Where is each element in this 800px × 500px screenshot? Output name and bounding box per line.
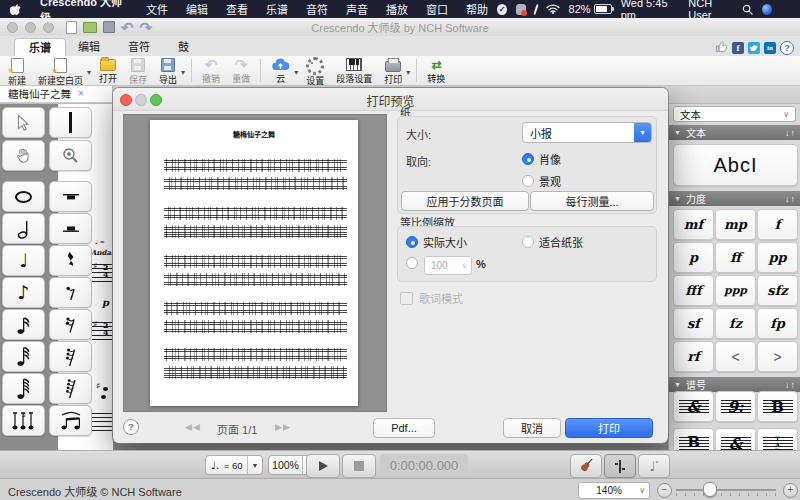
percent-combo[interactable]: 100 ∨	[424, 256, 472, 275]
pen-icon[interactable]	[533, 3, 538, 14]
zoom-in-button[interactable]: +	[783, 483, 798, 498]
play-button[interactable]	[306, 454, 340, 478]
facebook-icon[interactable]: f	[732, 42, 744, 54]
portrait-radio[interactable]: 肖像	[522, 151, 561, 167]
thirty-second-note-button[interactable]	[2, 341, 45, 372]
open-button[interactable]: 打开	[93, 56, 123, 85]
cancel-button[interactable]: 取消	[503, 418, 561, 438]
collapse-icon[interactable]: ▼	[674, 381, 681, 388]
selection-tool-button[interactable]	[2, 107, 45, 138]
hand-tool-button[interactable]	[2, 140, 45, 171]
apple-icon[interactable]	[10, 3, 21, 16]
search-icon[interactable]	[742, 4, 753, 15]
dynamic-sf-button[interactable]: sf	[673, 308, 714, 339]
control-center-icon[interactable]	[781, 3, 792, 15]
redo-button[interactable]: ↷ 重做	[226, 56, 256, 85]
save-button[interactable]: 保存	[123, 56, 153, 85]
text-tool-button[interactable]: AbcI	[673, 144, 798, 186]
zoom-slider-track[interactable]	[676, 489, 776, 491]
battery-indicator[interactable]: 82%	[569, 3, 612, 15]
dynamic-mp-button[interactable]: mp	[715, 209, 756, 240]
landscape-radio[interactable]: 景观	[522, 173, 561, 189]
reorder-icons[interactable]: ↓↑	[785, 128, 796, 138]
pdf-button[interactable]: Pdf...	[373, 418, 435, 438]
menu-item-sound[interactable]: 声音	[337, 1, 377, 17]
thirty-second-rest-button[interactable]	[49, 341, 92, 372]
dynamic-ppp-button[interactable]: ppp	[715, 275, 756, 306]
window-close-button[interactable]	[7, 22, 18, 33]
lyrics-mode-checkbox[interactable]: 歌词模式	[400, 290, 463, 306]
help-icon[interactable]: ?	[780, 41, 794, 55]
linkedin-icon[interactable]: in	[764, 42, 776, 54]
stop-button[interactable]	[342, 454, 376, 478]
tempo-dropdown-icon[interactable]: ▼	[247, 456, 262, 474]
menu-item-play[interactable]: 播放	[377, 1, 417, 17]
dialog-help-button[interactable]: ?	[123, 419, 139, 435]
sixty-fourth-note-button[interactable]	[2, 373, 45, 404]
titlebar-redo-icon[interactable]: ↷	[140, 21, 153, 34]
eighth-note-button[interactable]: ♪	[2, 277, 45, 308]
dynamic-fff-button[interactable]: fff	[673, 275, 714, 306]
dynamic-fz-button[interactable]: fz	[715, 308, 756, 339]
crescendo-hairpin-button[interactable]: <	[715, 341, 756, 372]
eighth-rest-button[interactable]	[49, 277, 92, 308]
thumbs-up-icon[interactable]	[715, 39, 728, 57]
stave-settings-button[interactable]: 段落设置	[330, 56, 378, 85]
menu-user[interactable]: NCH User	[688, 0, 733, 21]
zoom-level-combo[interactable]: 140% ∨	[578, 482, 650, 499]
dynamic-pp-button[interactable]: pp	[757, 242, 798, 273]
twitter-icon[interactable]	[748, 42, 760, 54]
quarter-rest-button[interactable]	[49, 245, 92, 276]
dynamic-f-button[interactable]: f	[757, 209, 798, 240]
menu-item-file[interactable]: 文件	[137, 1, 177, 17]
decrescendo-hairpin-button[interactable]: >	[757, 341, 798, 372]
triplet-tool-button[interactable]: 3	[2, 405, 45, 436]
barline-tool-button[interactable]	[49, 107, 92, 138]
whole-note-button[interactable]	[2, 181, 45, 212]
section-header-dynamics[interactable]: ▼ 力度 ↓↑	[669, 191, 800, 206]
sixteenth-note-button[interactable]	[2, 309, 45, 340]
dynamic-fp-button[interactable]: fp	[757, 308, 798, 339]
quarter-note-button[interactable]: ♩	[2, 245, 45, 276]
new-blank-page-button[interactable]: ★ 新建空白页	[32, 56, 89, 85]
paper-size-dropdown[interactable]: 小报 ▾	[522, 122, 652, 143]
apply-to-score-pages-button[interactable]: 应用于分数页面	[401, 191, 529, 211]
reorder-icons[interactable]: ↓↑	[785, 194, 796, 204]
menu-item-edit[interactable]: 编辑	[177, 1, 217, 17]
doc-tab-sugar-plum[interactable]: 糖梅仙子之舞 ×	[0, 85, 113, 102]
menu-clock[interactable]: Wed 5:45 pm	[621, 0, 680, 21]
dynamic-p-button[interactable]: p	[673, 242, 714, 273]
collapse-icon[interactable]: ▼	[674, 129, 681, 136]
half-rest-button[interactable]	[49, 213, 92, 244]
whole-rest-button[interactable]	[49, 181, 92, 212]
mixer-button[interactable]	[604, 454, 636, 478]
export-button[interactable]: 导出	[153, 56, 183, 85]
wifi-icon[interactable]	[546, 4, 560, 14]
tempo-widget[interactable]: ♩. = 60 ▼	[205, 455, 263, 475]
menu-item-score[interactable]: 乐谱	[257, 1, 297, 17]
sixteenth-rest-button[interactable]	[49, 309, 92, 340]
zoom-tool-button[interactable]	[49, 140, 92, 171]
zoom-slider-thumb[interactable]	[703, 482, 717, 497]
actual-size-radio[interactable]: 实际大小	[406, 234, 467, 250]
section-header-clefs[interactable]: ▼ 谱号 ↓↑	[669, 377, 800, 392]
bass-clef-button[interactable]: 9:	[715, 391, 756, 422]
instrument-button[interactable]	[570, 454, 602, 478]
tab-drums[interactable]: 鼓	[164, 38, 203, 56]
tab-notes[interactable]: 音符	[114, 38, 164, 56]
menu-item-notes[interactable]: 音符	[297, 1, 337, 17]
half-note-button[interactable]	[2, 213, 45, 244]
undo-button[interactable]: ↶ 撤销	[196, 56, 226, 85]
next-page-button[interactable]: ▶▶	[275, 422, 291, 432]
close-tab-icon[interactable]: ×	[78, 88, 84, 99]
tab-score[interactable]: 乐谱	[14, 38, 66, 57]
alto-clef-button[interactable]: B	[757, 391, 798, 422]
dynamic-rf-button[interactable]: rf	[673, 341, 714, 372]
menu-item-help[interactable]: 帮助	[457, 1, 497, 17]
siri-icon[interactable]	[762, 4, 772, 15]
fit-to-paper-radio[interactable]: 适合纸张	[522, 234, 583, 250]
dynamic-ff-button[interactable]: ff	[715, 242, 756, 273]
collapse-icon[interactable]: ▼	[674, 195, 681, 202]
beam-slur-tool-button[interactable]	[49, 405, 92, 436]
custom-percent-radio[interactable]	[406, 257, 418, 269]
